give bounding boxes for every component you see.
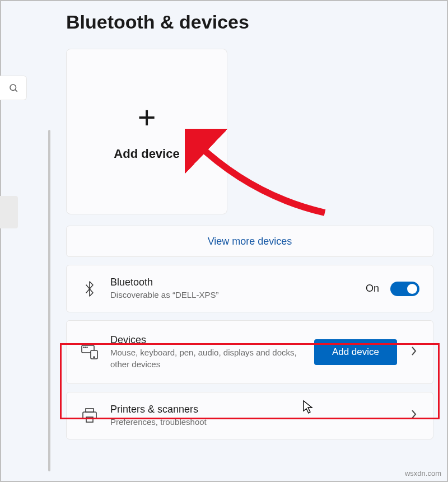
chevron-right-icon[interactable] xyxy=(408,346,419,359)
printers-subtitle: Preferences, troubleshoot xyxy=(110,417,397,428)
watermark: wsxdn.com xyxy=(405,469,441,478)
printers-title: Printers & scanners xyxy=(110,404,397,415)
bluetooth-state-label: On xyxy=(366,283,379,294)
bluetooth-title: Bluetooth xyxy=(110,277,354,288)
svg-point-3 xyxy=(83,347,84,348)
devices-icon xyxy=(80,345,99,359)
printer-icon xyxy=(80,408,99,423)
bluetooth-row: Bluetooth Discoverable as “DELL-XPS” On xyxy=(66,265,433,312)
svg-point-7 xyxy=(94,357,95,358)
add-device-button[interactable]: Add device xyxy=(314,339,397,365)
svg-point-0 xyxy=(10,85,16,91)
chevron-right-icon[interactable] xyxy=(408,409,419,422)
view-more-label: View more devices xyxy=(208,236,292,247)
add-device-card-label: Add device xyxy=(114,147,179,161)
bluetooth-icon xyxy=(80,280,99,297)
page-title: Bluetooth & devices xyxy=(66,11,433,33)
search-icon xyxy=(8,83,18,93)
bluetooth-subtitle: Discoverable as “DELL-XPS” xyxy=(110,289,354,301)
printers-row[interactable]: Printers & scanners Preferences, trouble… xyxy=(66,392,433,439)
svg-rect-8 xyxy=(86,409,94,412)
bluetooth-toggle[interactable] xyxy=(390,282,419,296)
add-device-card[interactable]: + Add device xyxy=(66,49,227,214)
devices-subtitle: Mouse, keyboard, pen, audio, displays an… xyxy=(110,347,303,370)
svg-line-1 xyxy=(15,90,17,91)
sidebar-item-stub[interactable] xyxy=(0,196,18,228)
svg-point-5 xyxy=(87,347,87,348)
search-input[interactable] xyxy=(0,76,27,100)
main-content: Bluetooth & devices + Add device View mo… xyxy=(66,11,433,439)
svg-rect-10 xyxy=(86,417,93,422)
plus-icon: + xyxy=(138,102,156,133)
view-more-devices-button[interactable]: View more devices xyxy=(66,226,433,257)
svg-point-4 xyxy=(85,347,86,348)
devices-title: Devices xyxy=(110,334,303,346)
devices-row[interactable]: Devices Mouse, keyboard, pen, audio, dis… xyxy=(66,320,433,384)
scrollbar[interactable] xyxy=(48,130,50,471)
